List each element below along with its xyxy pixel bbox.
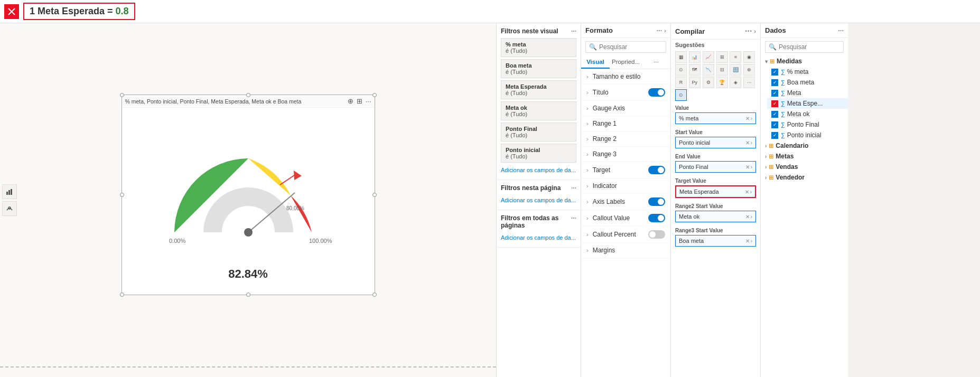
data-search-box[interactable]: 🔍 [765, 41, 844, 53]
build-field-range3[interactable]: Boa meta ✕ › [675, 235, 756, 247]
filters-page-dots[interactable]: ··· [571, 184, 576, 192]
tab-properties[interactable]: Propried... [610, 56, 642, 69]
toggle-axis-labels[interactable] [648, 197, 665, 206]
format-item-callout-percent[interactable]: › Callout Percent [581, 227, 670, 243]
format-item-axis-labels[interactable]: › Axis Labels [581, 194, 670, 210]
data-dots[interactable]: ··· [838, 26, 844, 34]
sg-icon-15[interactable]: 🏆 [716, 77, 728, 88]
filter-item-2[interactable]: Meta Esperada é (Tudo) [501, 80, 576, 99]
arrow-value-btn[interactable]: › [751, 116, 752, 121]
close-button[interactable] [4, 4, 19, 19]
clear-range3-btn[interactable]: ✕ [745, 238, 750, 244]
format-item-range3[interactable]: › Range 3 [581, 147, 670, 162]
sg-icon-8[interactable]: 📉 [703, 64, 714, 76]
format-item-range1[interactable]: › Range 1 [581, 116, 670, 131]
resize-handle-br[interactable] [372, 293, 377, 297]
checkbox-pct-meta[interactable]: ✓ [771, 69, 778, 76]
sg-icon-3[interactable]: ⊞ [716, 51, 728, 63]
data-group-metas[interactable]: › ⊞ Metas [761, 151, 848, 162]
arrow-range3-btn[interactable]: › [751, 238, 752, 244]
format-visual-icon[interactable] [2, 201, 17, 216]
data-item-ponto-final[interactable]: ✓ ∑ Ponto Final [767, 119, 848, 130]
data-group-calendario[interactable]: › ⊞ Calendario [761, 140, 848, 151]
resize-handle-tr[interactable] [372, 93, 377, 97]
resize-handle-tm[interactable] [246, 93, 250, 97]
clear-start-btn[interactable]: ✕ [745, 140, 750, 146]
filters-all-dots[interactable]: ··· [571, 214, 576, 229]
format-item-indicator[interactable]: › Indicator [581, 178, 670, 194]
sg-icon-18[interactable]: ⊙ [675, 89, 687, 101]
clear-target-btn[interactable]: ✕ [745, 189, 749, 195]
toggle-target[interactable] [648, 166, 665, 174]
toggle-titulo[interactable] [648, 88, 665, 97]
arrow-range2-btn[interactable]: › [751, 214, 752, 220]
sg-icon-0[interactable]: ▦ [675, 51, 687, 63]
data-item-ponto-inicial[interactable]: ✓ ∑ Ponto inicial [767, 130, 848, 140]
checkbox-meta[interactable]: ✓ [771, 90, 778, 97]
data-item-meta-ok[interactable]: ✓ ∑ Meta ok [767, 109, 848, 119]
filter-item-5[interactable]: Ponto inicial é (Tudo) [501, 144, 576, 163]
toggle-callout-value[interactable] [648, 214, 665, 222]
data-group-vendedor[interactable]: › ⊞ Vendedor [761, 172, 848, 183]
sg-icon-12[interactable]: R [675, 77, 687, 88]
filter-item-1[interactable]: Boa meta é (Tudo) [501, 59, 576, 78]
sg-icon-6[interactable]: ⊙ [675, 64, 687, 76]
checkbox-meta-esperada[interactable]: ✓ [771, 100, 778, 107]
clear-value-btn[interactable]: ✕ [745, 116, 750, 121]
data-item-meta[interactable]: ✓ ∑ Meta [767, 88, 848, 98]
resize-handle-bm[interactable] [246, 293, 250, 297]
filters-this-visual-dots[interactable]: ··· [571, 27, 576, 35]
data-group-medidas[interactable]: ▾ ⊞ Medidas [761, 56, 848, 67]
tab-visual[interactable]: Visual [581, 56, 610, 69]
format-dots[interactable]: ··· [656, 26, 662, 34]
filter-item-0[interactable]: % meta é (Tudo) [501, 38, 576, 57]
sg-icon-5[interactable]: ◉ [743, 51, 755, 63]
sg-icon-14[interactable]: ⚙ [703, 77, 714, 88]
add-fields-all[interactable]: Adicionar os campos de da... [501, 232, 576, 243]
build-dots[interactable]: ··· [745, 26, 752, 36]
sg-icon-7[interactable]: 🗺 [689, 64, 701, 76]
checkbox-boa-meta[interactable]: ✓ [771, 79, 778, 86]
tab-more[interactable]: ··· [642, 56, 670, 69]
build-field-target[interactable]: Meta Esperada ✕ › [675, 185, 756, 198]
data-item-boa-meta[interactable]: ✓ ∑ Boa meta [767, 77, 848, 88]
sg-icon-13[interactable]: Py [689, 77, 701, 88]
clear-end-btn[interactable]: ✕ [745, 164, 750, 170]
format-item-range2[interactable]: › Range 2 [581, 131, 670, 147]
format-item-margins[interactable]: › Margins [581, 243, 670, 258]
focus-icon[interactable]: ⊞ [357, 97, 362, 105]
arrow-start-btn[interactable]: › [751, 140, 752, 146]
sg-icon-4[interactable]: ≡ [730, 51, 741, 63]
format-search-input[interactable] [599, 43, 662, 51]
sg-icon-9[interactable]: ⊟ [716, 64, 728, 76]
add-fields-page[interactable]: Adicionar os campos de da... [501, 195, 576, 205]
formula-bar[interactable]: 1 Meta Esperada = 0.8 [23, 3, 135, 20]
format-item-target[interactable]: › Target [581, 162, 670, 178]
sg-icon-16[interactable]: ◈ [730, 77, 741, 88]
build-chevron[interactable]: › [754, 28, 756, 34]
filter-item-3[interactable]: Meta ok é (Tudo) [501, 101, 576, 120]
arrow-target-btn[interactable]: › [750, 189, 752, 195]
resize-handle-mr[interactable] [372, 193, 377, 197]
arrow-end-btn[interactable]: › [751, 164, 752, 170]
toggle-callout-percent[interactable] [648, 230, 665, 239]
sg-icon-11[interactable]: ⊕ [743, 64, 755, 76]
build-field-start[interactable]: Ponto inicial ✕ › [675, 137, 756, 148]
resize-handle-tl[interactable] [120, 93, 124, 97]
sg-icon-17[interactable]: ··· [743, 77, 755, 88]
data-item-meta-esperada[interactable]: ✓ ∑ Meta Espe... [767, 98, 848, 109]
format-item-titulo[interactable]: › Título [581, 84, 670, 101]
format-item-callout-value[interactable]: › Callout Value [581, 210, 670, 227]
sg-icon-2[interactable]: 📈 [703, 51, 714, 63]
checkbox-ponto-inicial[interactable]: ✓ [771, 132, 778, 139]
chart-type-icon[interactable] [2, 184, 17, 199]
resize-handle-ml[interactable] [120, 193, 124, 197]
format-search-box[interactable]: 🔍 [585, 41, 666, 53]
format-item-tamanho[interactable]: › Tamanho e estilo [581, 69, 670, 84]
filter-icon[interactable]: ⊕ [348, 97, 353, 105]
build-field-value[interactable]: % meta ✕ › [675, 112, 756, 124]
data-group-vendas[interactable]: › ⊞ Vendas [761, 162, 848, 172]
filter-item-4[interactable]: Ponto Final é (Tudo) [501, 122, 576, 142]
clear-range2-btn[interactable]: ✕ [745, 214, 750, 220]
build-field-end[interactable]: Ponto Final ✕ › [675, 161, 756, 173]
